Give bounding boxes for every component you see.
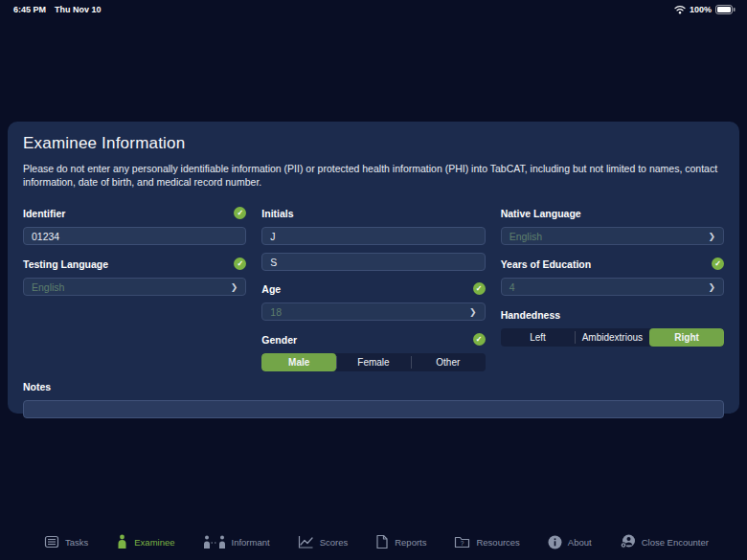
years-of-education-label: Years of Education xyxy=(501,258,592,270)
initials-first-input[interactable] xyxy=(261,227,485,245)
tab-scores[interactable]: Scores xyxy=(298,534,349,549)
form-column-2: Initials Age ✓ 18 ❯ Gender ✓ Male Female… xyxy=(261,198,485,371)
age-label: Age xyxy=(261,283,281,295)
tab-label: Resources xyxy=(476,537,519,548)
status-time: 6:45 PM xyxy=(13,5,46,14)
testing-language-valid-check-icon: ✓ xyxy=(234,258,246,270)
testing-language-select[interactable]: English ❯ xyxy=(23,278,246,296)
chevron-right-icon: ❯ xyxy=(469,307,477,317)
tab-label: Scores xyxy=(320,537,349,548)
person-exit-icon xyxy=(620,534,636,549)
identifier-valid-check-icon: ✓ xyxy=(234,207,246,219)
identifier-input[interactable] xyxy=(23,227,246,245)
status-date: Thu Nov 10 xyxy=(55,5,102,14)
tab-label: Informant xyxy=(232,537,270,548)
gender-option-female[interactable]: Female xyxy=(336,353,411,371)
initials-label: Initials xyxy=(261,208,293,219)
chevron-right-icon: ❯ xyxy=(231,282,238,292)
age-valid-check-icon: ✓ xyxy=(473,282,486,295)
tab-label: Close Encounter xyxy=(642,537,709,548)
chevron-right-icon: ❯ xyxy=(708,282,715,292)
native-language-select[interactable]: English ❯ xyxy=(501,227,724,245)
two-people-icon xyxy=(203,534,226,549)
document-icon xyxy=(375,534,389,549)
tab-examinee[interactable]: Examinee xyxy=(116,534,174,549)
form-column-1: Identifier ✓ Testing Language ✓ English … xyxy=(23,198,246,371)
handedness-segmented-control: Left Ambidextrious Right xyxy=(501,328,724,347)
page-title: Examinee Information xyxy=(23,134,724,153)
handedness-option-ambidextrious[interactable]: Ambidextrious xyxy=(575,328,649,347)
years-of-education-value: 4 xyxy=(509,281,515,293)
gender-option-other[interactable]: Other xyxy=(411,353,486,371)
handedness-label: Handedness xyxy=(501,309,560,321)
tab-about[interactable]: About xyxy=(548,535,592,549)
gender-label: Gender xyxy=(261,334,297,346)
age-value: 18 xyxy=(270,306,282,318)
gender-segmented-control: Male Female Other xyxy=(261,353,485,371)
testing-language-value: English xyxy=(32,281,64,293)
handedness-option-right[interactable]: Right xyxy=(649,328,724,347)
chevron-right-icon: ❯ xyxy=(708,232,715,241)
battery-percent: 100% xyxy=(690,5,712,14)
phi-disclaimer: Please do not enter any personally ident… xyxy=(23,162,724,189)
years-of-education-select[interactable]: 4 ❯ xyxy=(501,278,724,296)
wifi-icon xyxy=(674,5,686,14)
notes-section: Notes xyxy=(23,380,724,418)
tab-reports[interactable]: Reports xyxy=(375,534,426,549)
info-circle-icon xyxy=(548,535,562,549)
tab-tasks[interactable]: Tasks xyxy=(44,534,88,549)
handedness-option-left[interactable]: Left xyxy=(501,328,576,347)
initials-second-input[interactable] xyxy=(261,253,485,271)
identifier-label: Identifier xyxy=(23,208,65,219)
tab-bar: Tasks Examinee Informant xyxy=(0,527,747,560)
examinee-form: Identifier ✓ Testing Language ✓ English … xyxy=(23,198,724,371)
tab-label: Tasks xyxy=(65,537,88,548)
line-chart-icon xyxy=(298,534,314,549)
gender-valid-check-icon: ✓ xyxy=(473,333,486,346)
examinee-information-card: Examinee Information Please do not enter… xyxy=(8,122,739,414)
tab-informant[interactable]: Informant xyxy=(203,534,270,549)
tab-label: Reports xyxy=(395,537,426,548)
svg-text:?: ? xyxy=(461,540,464,547)
battery-icon xyxy=(715,5,736,14)
form-column-3: Native Language English ❯ Years of Educa… xyxy=(501,198,724,371)
native-language-value: English xyxy=(509,231,542,242)
person-icon xyxy=(116,534,128,549)
notes-label: Notes xyxy=(23,381,51,392)
tasks-list-icon xyxy=(44,534,59,549)
age-select[interactable]: 18 ❯ xyxy=(261,302,485,321)
status-bar: 6:45 PM Thu Nov 10 100% xyxy=(0,0,747,15)
tab-resources[interactable]: ? Resources xyxy=(454,534,519,549)
years-of-education-valid-check-icon: ✓ xyxy=(712,258,724,270)
notes-input[interactable] xyxy=(23,400,724,418)
tab-close-encounter[interactable]: Close Encounter xyxy=(620,534,709,549)
folder-question-icon: ? xyxy=(454,534,470,549)
tab-label: Examinee xyxy=(134,537,174,548)
gender-option-male[interactable]: Male xyxy=(261,353,336,371)
tab-label: About xyxy=(568,537,592,548)
testing-language-label: Testing Language xyxy=(23,258,108,270)
native-language-label: Native Language xyxy=(501,208,581,219)
